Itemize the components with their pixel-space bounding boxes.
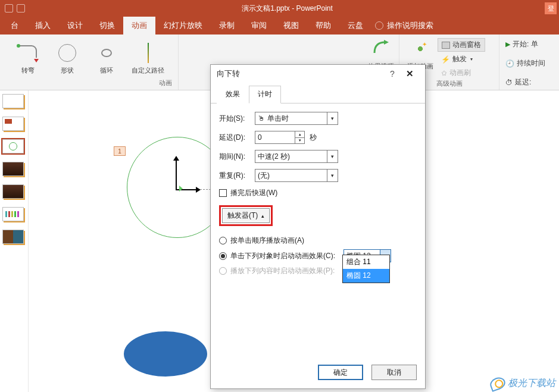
checkbox-icon[interactable] — [219, 189, 227, 197]
effect-shape[interactable]: 形状 — [53, 41, 82, 75]
chevron-down-icon: ▾ — [327, 150, 338, 162]
trigger-label: 触发 — [452, 54, 467, 64]
delay-icon: ⏱ — [505, 79, 513, 87]
row-repeat: 重复(R): (无) ▾ — [219, 169, 417, 182]
timing-start-row[interactable]: ▶ 开始: 单 — [503, 38, 541, 51]
tab-design[interactable]: 设计 — [59, 17, 91, 35]
effect-turn[interactable]: 转弯 — [14, 41, 42, 75]
timing-delay-row[interactable]: ⏱ 延迟: — [503, 76, 533, 89]
ok-button[interactable]: 确定 — [318, 365, 363, 380]
watermark: 极光下载站 www.xz7.com — [490, 377, 555, 390]
delay-spinner[interactable]: 0 ▴▾ — [255, 131, 305, 144]
effect-turn-label: 转弯 — [21, 66, 35, 75]
radio-icon-selected[interactable] — [219, 252, 227, 260]
qat-dropdown-icon[interactable] — [17, 4, 25, 12]
repeat-label: 重复(R): — [219, 171, 255, 181]
account-badge[interactable]: 登 — [545, 2, 557, 14]
combo-option-1[interactable]: 组合 11 — [343, 255, 389, 269]
row-delay: 延迟(D): 0 ▴▾ 秒 — [219, 131, 417, 144]
dialog-titlebar: 向下转 ? ✕ — [211, 65, 425, 83]
dialog-help-button[interactable]: ? — [385, 69, 400, 79]
duration-dropdown[interactable]: 中速(2 秒) ▾ — [255, 150, 338, 163]
effect-loop[interactable]: 循环 — [92, 41, 121, 75]
tab-view[interactable]: 视图 — [275, 17, 307, 35]
radio-icon[interactable] — [219, 237, 227, 244]
pane-icon — [442, 42, 450, 49]
start-label: 开始(S): — [219, 114, 255, 124]
delay-label: 延迟(D): — [219, 133, 255, 143]
trigger-button[interactable]: ⚡ 触发 ▾ — [438, 53, 485, 65]
loop-icon — [97, 43, 116, 62]
animation-pane-button[interactable]: 动画窗格 — [438, 38, 485, 52]
tab-review[interactable]: 审阅 — [243, 17, 275, 35]
clock-icon: 🕘 — [505, 59, 514, 68]
tab-animation[interactable]: 动画 — [123, 17, 155, 35]
animation-pane-label: 动画窗格 — [452, 40, 481, 50]
chevron-down-icon: ▾ — [327, 170, 338, 181]
ellipse-icon — [58, 44, 76, 62]
row-duration: 期间(N): 中速(2 秒) ▾ — [219, 150, 417, 163]
combo-option-2[interactable]: 椭圆 12 — [343, 269, 389, 283]
timing-duration-row[interactable]: 🕘 持续时间 — [503, 57, 548, 70]
tab-record[interactable]: 录制 — [211, 17, 243, 35]
start-value: 单击时 — [267, 114, 289, 124]
dialog-tab-effect[interactable]: 效果 — [217, 86, 249, 104]
trigger-toggle-button[interactable]: 触发器(T) ▴ — [222, 208, 270, 223]
repeat-value: (无) — [258, 171, 270, 181]
thumb-6[interactable] — [2, 207, 24, 221]
delay-unit: 秒 — [310, 133, 317, 143]
thumb-7[interactable] — [2, 230, 24, 244]
effect-shape-label: 形状 — [61, 66, 74, 75]
tab-file[interactable]: 台 — [2, 17, 27, 35]
thumb-2[interactable] — [2, 117, 24, 131]
radio-sequence-row[interactable]: 按单击顺序播放动画(A) — [219, 236, 417, 246]
watermark-logo-icon — [488, 375, 507, 392]
tab-cloud[interactable]: 云盘 — [339, 17, 371, 35]
highlight-frame: 触发器(T) ▴ — [219, 205, 273, 226]
animation-painter-label: 动画刷 — [449, 68, 471, 78]
watermark-text: 极光下载站 — [508, 377, 555, 390]
animation-group-label: 动画 — [159, 79, 172, 89]
effect-custom-path[interactable]: 自定义路径 — [132, 41, 164, 75]
tell-me-search[interactable]: 操作说明搜索 — [387, 17, 442, 35]
effect-custom-label: 自定义路径 — [132, 66, 164, 75]
window-title: 演示文稿1.pptx - PowerPoint — [30, 4, 545, 14]
cancel-button[interactable]: 取消 — [371, 365, 417, 380]
spinner-buttons[interactable]: ▴▾ — [295, 131, 304, 143]
thumb-1[interactable] — [2, 94, 24, 108]
quick-access-toolbar — [0, 4, 30, 12]
animation-order-tag[interactable]: 1 — [114, 146, 126, 156]
ribbon-tabs: 台 插入 设计 切换 动画 幻灯片放映 录制 审阅 视图 帮助 云盘 操作说明搜… — [0, 17, 559, 35]
brush-icon: ✩ — [441, 69, 447, 77]
axis-y-arrow — [176, 157, 177, 190]
advanced-group-label: 高级动画 — [436, 79, 463, 89]
title-bar: 演示文稿1.pptx - PowerPoint 登 — [0, 0, 559, 17]
row-start: 开始(S): 🖱 单击时 ▾ — [219, 112, 417, 125]
mouse-icon: 🖱 — [258, 114, 265, 123]
start-dropdown[interactable]: 🖱 单击时 ▾ — [255, 112, 338, 125]
repeat-dropdown[interactable]: (无) ▾ — [255, 169, 338, 182]
dialog-close-button[interactable]: ✕ — [400, 68, 419, 79]
tab-transition[interactable]: 切换 — [91, 17, 123, 35]
animation-painter-button: ✩ 动画刷 — [438, 67, 485, 79]
svg-marker-2 — [384, 40, 389, 45]
effect-options-dialog: 向下转 ? ✕ 效果 计时 开始(S): 🖱 单击时 ▾ 延迟(D): 0 ▴▾… — [210, 64, 426, 389]
tab-insert[interactable]: 插入 — [27, 17, 59, 35]
thumb-4[interactable] — [2, 162, 24, 176]
thumb-5[interactable] — [2, 184, 24, 199]
dialog-tab-timing[interactable]: 计时 — [249, 86, 281, 104]
rewind-checkbox-row[interactable]: 播完后快退(W) — [219, 188, 417, 198]
radio-clickobj-label: 单击下列对象时启动动画效果(C): — [230, 251, 335, 261]
animation-gallery-group: 转弯 形状 循环 自定义路径 动画 — [0, 35, 179, 90]
tab-slideshow[interactable]: 幻灯片放映 — [155, 17, 211, 35]
combo-popup-list[interactable]: 组合 11 椭圆 12 — [342, 255, 390, 283]
slide-thumbnails[interactable] — [0, 90, 29, 392]
autosave-icon[interactable] — [5, 4, 13, 12]
shape-ellipse-blue[interactable] — [124, 331, 207, 377]
turn-path-icon — [16, 43, 40, 62]
collapse-icon: ▴ — [261, 213, 264, 219]
thumb-3-selected[interactable] — [2, 139, 24, 153]
tab-help[interactable]: 帮助 — [307, 17, 339, 35]
timing-delay-label: 延迟: — [515, 77, 531, 87]
dialog-button-row: 确定 取消 — [318, 365, 417, 380]
